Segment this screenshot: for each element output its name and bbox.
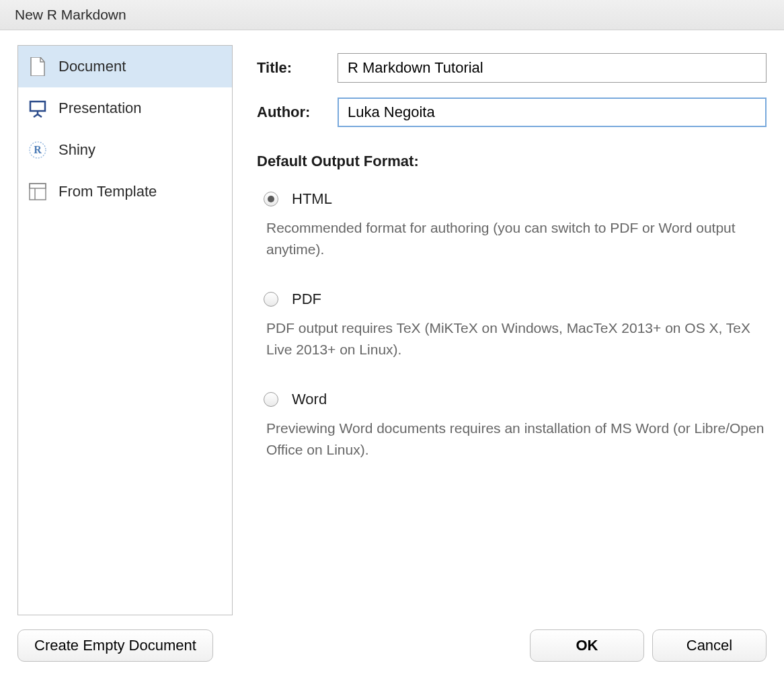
- radio-row-html[interactable]: HTML: [264, 190, 767, 208]
- title-label: Title:: [257, 59, 338, 77]
- presentation-icon: [28, 98, 48, 118]
- template-icon: [28, 182, 48, 202]
- author-row: Author:: [257, 98, 767, 127]
- radio-option-pdf: PDF PDF output requires TeX (MiKTeX on W…: [264, 291, 767, 360]
- radio-desc-pdf: PDF output requires TeX (MiKTeX on Windo…: [266, 317, 767, 360]
- svg-text:R: R: [34, 144, 42, 155]
- sidebar: Document Presentation R Shiny: [17, 45, 233, 615]
- sidebar-item-presentation[interactable]: Presentation: [18, 87, 232, 129]
- create-empty-button[interactable]: Create Empty Document: [17, 629, 213, 662]
- radio-option-word: Word Previewing Word documents requires …: [264, 391, 767, 460]
- dialog-title: New R Markdown: [15, 7, 126, 22]
- cancel-button[interactable]: Cancel: [652, 629, 767, 662]
- radio-word[interactable]: [264, 392, 278, 407]
- sidebar-item-label: From Template: [58, 183, 157, 200]
- svg-line-3: [38, 114, 42, 117]
- author-label: Author:: [257, 104, 338, 121]
- title-row: Title:: [257, 53, 767, 83]
- sidebar-item-label: Shiny: [58, 141, 95, 159]
- sidebar-item-from-template[interactable]: From Template: [18, 171, 232, 213]
- author-input[interactable]: [338, 98, 767, 127]
- radio-label-pdf: PDF: [292, 291, 321, 308]
- radio-label-html: HTML: [292, 190, 332, 208]
- dialog-footer: Create Empty Document OK Cancel: [0, 615, 784, 676]
- title-input[interactable]: [338, 53, 767, 83]
- radio-row-word[interactable]: Word: [264, 391, 767, 408]
- radio-html[interactable]: [264, 192, 278, 206]
- radio-option-html: HTML Recommended format for authoring (y…: [264, 190, 767, 260]
- radio-row-pdf[interactable]: PDF: [264, 291, 767, 308]
- radio-label-word: Word: [292, 391, 327, 408]
- svg-line-2: [34, 114, 38, 117]
- svg-rect-6: [30, 184, 46, 200]
- svg-rect-7: [30, 184, 46, 188]
- sidebar-item-label: Document: [58, 58, 126, 75]
- document-icon: [28, 56, 48, 77]
- radio-desc-html: Recommended format for authoring (you ca…: [266, 217, 767, 260]
- dialog-titlebar: New R Markdown: [0, 0, 784, 30]
- sidebar-item-shiny[interactable]: R Shiny: [18, 129, 232, 171]
- sidebar-item-document[interactable]: Document: [18, 46, 232, 87]
- output-format-label: Default Output Format:: [257, 153, 767, 170]
- svg-rect-0: [30, 102, 45, 111]
- radio-pdf[interactable]: [264, 292, 278, 307]
- ok-button[interactable]: OK: [530, 629, 644, 662]
- dialog-content: Document Presentation R Shiny: [0, 30, 784, 615]
- radio-desc-word: Previewing Word documents requires an in…: [266, 418, 767, 460]
- sidebar-item-label: Presentation: [58, 100, 142, 117]
- main-panel: Title: Author: Default Output Format: HT…: [257, 45, 767, 615]
- shiny-icon: R: [28, 140, 48, 160]
